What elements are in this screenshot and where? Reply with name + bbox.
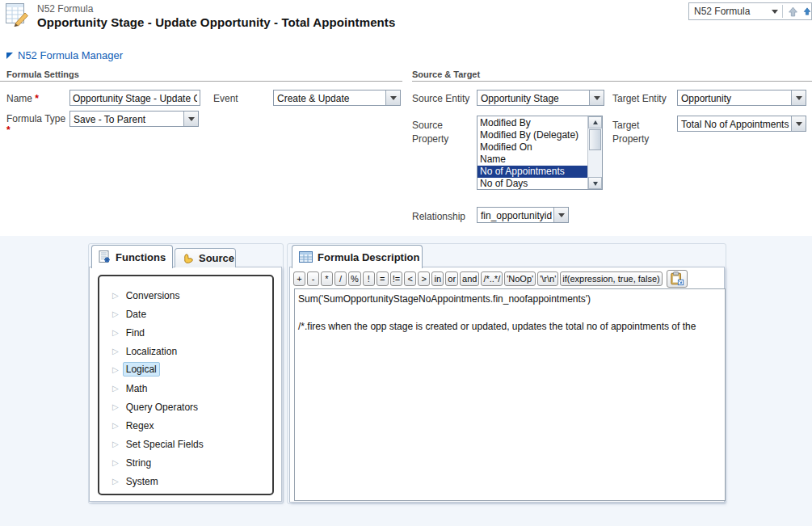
source-hand-icon (182, 252, 194, 264)
toolbar-button-[interactable]: - (307, 271, 319, 286)
scrollbar-thumb[interactable] (589, 129, 601, 150)
page-title: Opportunity Stage - Update Opportunity -… (37, 15, 395, 29)
formula-type-dropdown[interactable]: Save - To Parent (69, 111, 199, 127)
tab-formula-description-label: Formula Description (318, 251, 419, 263)
tab-functions[interactable]: Functions (91, 245, 173, 268)
toolbar-button-[interactable]: != (390, 271, 402, 286)
chevron-right-icon: ▷ (112, 440, 119, 448)
toolbar-button-[interactable]: ! (363, 271, 375, 286)
next-record-button[interactable] (803, 3, 811, 19)
scroll-up-button[interactable] (588, 116, 602, 128)
tree-item-system[interactable]: ▷System (99, 472, 272, 490)
relationship-dropdown[interactable]: fin_opportunityid (opportun (477, 207, 569, 223)
functions-icon (99, 250, 111, 263)
section-divider (412, 81, 812, 82)
chevron-down-icon (553, 208, 568, 222)
tree-item-label: Set Special Fields (126, 439, 204, 450)
listbox-option-name[interactable]: Name (478, 154, 587, 166)
scrollbar-track[interactable] (588, 151, 602, 177)
chevron-right-icon: ▷ (112, 329, 119, 337)
toolbar-button-[interactable]: = (377, 271, 389, 286)
formula-toolbar: +-*/%!=!=<>inorand/*..*/'NoOp''\r\n'if(e… (293, 270, 722, 288)
source-entity-dropdown[interactable]: Opportunity Stage (477, 90, 604, 106)
listbox-option-no-of-appointments[interactable]: No of Appointments (478, 166, 587, 178)
required-marker: * (6, 124, 11, 136)
tab-formula-description[interactable]: Formula Description (292, 245, 423, 268)
target-entity-dropdown[interactable]: Opportunity (677, 90, 806, 106)
n52-formula-window: N52 Formula Opportunity Stage - Update O… (0, 0, 812, 526)
source-property-label: Source Property (412, 119, 454, 146)
tree-item-regex[interactable]: ▷Regex (99, 416, 272, 435)
previous-record-button[interactable] (783, 3, 803, 19)
chevron-right-icon: ▷ (112, 459, 119, 467)
scroll-down-button[interactable] (588, 177, 602, 189)
chevron-right-icon: ▷ (112, 347, 119, 356)
tree-item-string[interactable]: ▷String (99, 453, 272, 472)
section-divider (0, 81, 402, 82)
toolbar-button-r-n[interactable]: '\r\n' (537, 271, 558, 286)
chevron-right-icon: ▷ (112, 292, 119, 300)
tree-item-find[interactable]: ▷Find (99, 323, 272, 342)
toolbar-button-[interactable]: > (418, 271, 430, 286)
toolbar-button-[interactable]: % (348, 271, 361, 286)
toolbar-button-[interactable]: + (293, 271, 305, 286)
chevron-right-icon: ▷ (112, 310, 119, 318)
source-target-section-title: Source & Target (412, 69, 480, 79)
name-label: Name * (6, 93, 39, 104)
toolbar-button-[interactable]: * (321, 271, 333, 286)
target-property-dropdown[interactable]: Total No of Appointments (677, 116, 806, 132)
formula-description-icon (299, 251, 313, 263)
target-property-label: Target Property (612, 119, 654, 146)
toolbar-button-or[interactable]: or (445, 271, 458, 286)
tree-item-date[interactable]: ▷Date (99, 305, 272, 323)
relationship-label: Relationship (412, 211, 465, 222)
tab-functions-label: Functions (116, 251, 166, 263)
name-input[interactable] (69, 90, 200, 106)
formula-manager-link[interactable]: N52 Formula Manager (6, 49, 123, 61)
target-property-dropdown-value: Total No of Appointments (678, 116, 791, 131)
listbox-option-no-of-days[interactable]: No of Days (478, 178, 587, 189)
tree-item-localization[interactable]: ▷Localization (99, 342, 272, 360)
tree-item-set-special-fields[interactable]: ▷Set Special Fields (99, 435, 272, 453)
record-selector-value[interactable]: N52 Formula (689, 3, 768, 19)
source-entity-dropdown-value: Opportunity Stage (478, 90, 589, 105)
record-selector-dropdown-button[interactable] (768, 3, 782, 19)
tree-item-label: Date (126, 309, 146, 320)
tree-item-math[interactable]: ▷Math (99, 379, 272, 398)
tree-item-label: Query Operators (126, 402, 198, 413)
toolbar-button-[interactable]: < (404, 271, 416, 286)
formula-type-label: Formula Type (6, 113, 65, 124)
tree-item-query-operators[interactable]: ▷Query Operators (99, 398, 272, 416)
toolbar-button-and[interactable]: and (460, 271, 479, 286)
paste-icon (670, 271, 684, 286)
toolbar-button-in[interactable]: in (431, 271, 444, 286)
arrow-up-icon (788, 6, 798, 17)
chevron-right-icon: ▷ (112, 403, 119, 411)
formula-textarea[interactable]: Sum('SumOpportunityStageNoAppointments.f… (294, 288, 726, 501)
required-marker: * (35, 93, 39, 104)
listbox-option-modified-on[interactable]: Modified On (478, 141, 587, 154)
listbox-option-modified-by[interactable]: Modified By (478, 117, 587, 129)
formula-settings-section-title: Formula Settings (6, 69, 79, 79)
toolbar-button-noop[interactable]: 'NoOp' (504, 271, 536, 286)
listbox-scrollbar[interactable] (587, 116, 602, 189)
toolbar-button-[interactable]: /*..*/ (481, 271, 503, 286)
paste-button[interactable] (667, 270, 688, 288)
tree-item-conversions[interactable]: ▷Conversions (99, 286, 272, 305)
record-selector: N52 Formula (688, 2, 812, 20)
chevron-right-icon: ▷ (112, 366, 119, 374)
formula-toolbar-buttons: +-*/%!=!=<>inorand/*..*/'NoOp''\r\n'if(e… (293, 271, 663, 286)
toolbar-button-[interactable]: / (334, 271, 347, 286)
tree-item-logical[interactable]: ▷Logical (99, 360, 272, 379)
chevron-down-icon (183, 112, 198, 126)
tree-item-label: String (126, 457, 151, 469)
source-property-listbox: Modified ByModified By (Delegate)Modifie… (477, 116, 603, 190)
target-entity-label: Target Entity (612, 93, 667, 104)
event-label: Event (213, 93, 238, 104)
tab-source[interactable]: Source (175, 248, 236, 267)
toolbar-button-if-expression-true-false[interactable]: if(expression, true, false) (560, 271, 662, 286)
event-dropdown[interactable]: Create & Update (273, 90, 401, 106)
listbox-option-modified-by-delegate[interactable]: Modified By (Delegate) (478, 129, 587, 141)
header-entity-type: N52 Formula (37, 3, 93, 15)
target-entity-dropdown-value: Opportunity (678, 90, 791, 105)
